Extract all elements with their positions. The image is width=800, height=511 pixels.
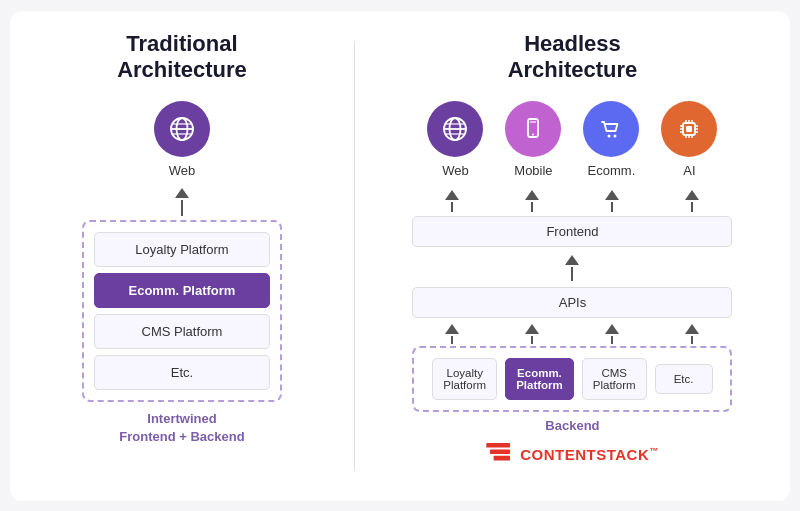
traditional-dashed-box: Loyalty Platform Ecomm. Platform CMS Pla…: [82, 220, 282, 402]
headless-architecture-panel: HeadlessArchitecture Web: [365, 31, 780, 481]
arrows-to-apis: [412, 322, 732, 344]
traditional-title: TraditionalArchitecture: [117, 31, 247, 84]
mobile-icon-col: Mobile: [505, 101, 561, 182]
ecomm-icon-col: Ecomm.: [583, 101, 639, 182]
globe-icon: [168, 115, 196, 143]
main-container: TraditionalArchitecture Web Loyalty: [10, 11, 790, 501]
ecomm-platform-left: Ecomm. Platform: [94, 273, 270, 308]
ai-icon-col: AI: [661, 101, 717, 182]
panel-divider: [354, 41, 355, 471]
arrow-etc-up: [685, 322, 699, 344]
web-icon-col: Web: [154, 101, 210, 182]
web-label-right: Web: [442, 163, 469, 178]
arrow-ai: [685, 188, 699, 212]
arrow-mobile: [525, 188, 539, 212]
arrow-head-left: [175, 188, 189, 198]
svg-point-13: [608, 135, 611, 138]
arrow-frontend-apis: [565, 253, 579, 281]
globe-icon-right: [441, 115, 469, 143]
web-icon-circle: [154, 101, 210, 157]
svg-point-11: [532, 134, 534, 136]
svg-rect-30: [490, 450, 510, 455]
backend-dashed-box: LoyaltyPlatform Ecomm.Platform CMSPlatfo…: [412, 346, 732, 412]
web-icon-circle-right: [427, 101, 483, 157]
frontend-layer: Frontend: [412, 216, 732, 247]
svg-rect-16: [686, 126, 692, 132]
traditional-architecture-panel: TraditionalArchitecture Web Loyalty: [20, 31, 344, 481]
apis-layer: APIs: [412, 287, 732, 318]
cms-platform-right: CMSPlatform: [582, 358, 647, 400]
svg-point-14: [614, 135, 617, 138]
contentstack-icon: [486, 443, 514, 465]
trademark: ™: [649, 446, 659, 456]
arrow-cms-up: [605, 322, 619, 344]
ecomm-platform-right: Ecomm.Platform: [505, 358, 574, 400]
intertwined-label: IntertwinedFrontend + Backend: [119, 410, 244, 446]
cms-platform-left: CMS Platform: [94, 314, 270, 349]
web-label-left: Web: [169, 163, 196, 178]
backend-label: Backend: [545, 418, 599, 433]
ecomm-label: Ecomm.: [588, 163, 636, 178]
arrows-to-frontend: [412, 188, 732, 212]
arrow-stem-left: [181, 200, 183, 216]
headless-title: HeadlessArchitecture: [508, 31, 638, 84]
svg-rect-29: [486, 443, 510, 448]
mobile-label: Mobile: [514, 163, 552, 178]
icons-row: Web Mobile: [427, 101, 717, 182]
arrow-ecomm-up: [525, 322, 539, 344]
loyalty-platform-right: LoyaltyPlatform: [432, 358, 497, 400]
etc-right: Etc.: [655, 364, 713, 394]
ecomm-icon-circle: [583, 101, 639, 157]
chip-icon: [675, 115, 703, 143]
loyalty-platform-left: Loyalty Platform: [94, 232, 270, 267]
svg-rect-31: [494, 456, 511, 461]
mobile-icon-circle: [505, 101, 561, 157]
etc-left: Etc.: [94, 355, 270, 390]
contentstack-logo: CONTENTSTACK™: [486, 443, 659, 465]
arrow-loyalty-up: [445, 322, 459, 344]
mobile-icon: [519, 115, 547, 143]
cart-icon: [597, 115, 625, 143]
ai-icon-circle: [661, 101, 717, 157]
arrow-web-right: [445, 188, 459, 212]
arrow-web-left: [175, 186, 189, 216]
arrow-ecomm-right: [605, 188, 619, 212]
ai-label: AI: [683, 163, 695, 178]
web-icon-col-right: Web: [427, 101, 483, 182]
contentstack-text: CONTENTSTACK™: [520, 446, 659, 463]
